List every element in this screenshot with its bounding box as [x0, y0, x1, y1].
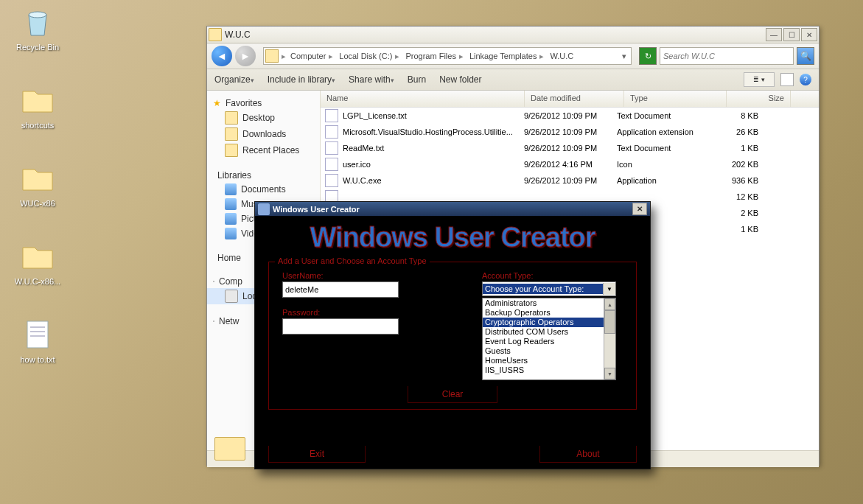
desktop-icon-label: W.U.C-x86...	[10, 277, 65, 286]
password-input[interactable]	[282, 318, 399, 335]
accounttype-listbox[interactable]: AdministratorsBackup OperatorsCryptograp…	[482, 298, 616, 380]
folder-icon	[20, 239, 55, 274]
refresh-button[interactable]: ↻	[639, 47, 657, 65]
file-date: 9/26/2012 10:09 PM	[518, 127, 611, 136]
username-input[interactable]	[282, 281, 399, 298]
text-file-icon	[20, 317, 55, 352]
file-size: 202 KB	[707, 160, 764, 169]
file-row[interactable]: ReadMe.txt9/26/2012 10:09 PMText Documen…	[321, 140, 819, 156]
close-button[interactable]: ✕	[801, 28, 817, 41]
exit-button[interactable]: Exit	[268, 446, 366, 463]
column-headers[interactable]: Name Date modified Type Size	[321, 91, 819, 108]
desktop-icon-label: shortcuts	[10, 121, 65, 130]
folder-icon	[225, 127, 238, 141]
include-menu[interactable]: Include in library	[268, 74, 335, 85]
accounttype-label: Account Type:	[482, 271, 623, 280]
folder-icon	[225, 111, 238, 125]
groupbox-legend: Add a User and Choose an Account Type	[275, 256, 430, 265]
address-bar[interactable]: ▸ Computer Local Disk (C:) Program Files…	[263, 47, 632, 65]
nav-item-recent[interactable]: Recent Places	[207, 142, 320, 158]
library-icon	[225, 198, 237, 210]
share-menu[interactable]: Share with	[349, 74, 394, 85]
star-icon: ★	[213, 98, 221, 108]
minimize-button[interactable]: —	[766, 28, 782, 41]
listbox-option[interactable]: Backup Operators	[483, 308, 615, 318]
file-type: Application extension	[611, 127, 707, 136]
forward-button[interactable]: ►	[235, 46, 256, 66]
breadcrumb[interactable]: Program Files	[402, 52, 466, 61]
file-row[interactable]: Microsoft.VisualStudio.HostingProcess.Ut…	[321, 124, 819, 140]
file-name: ReadMe.txt	[343, 144, 518, 153]
file-name: user.ico	[343, 160, 518, 169]
file-size: 1 KB	[707, 144, 764, 153]
burn-button[interactable]: Burn	[408, 74, 426, 85]
search-input[interactable]	[660, 52, 793, 60]
maximize-button[interactable]: ☐	[783, 28, 800, 41]
nav-libraries-header[interactable]: Libraries	[207, 169, 320, 182]
listbox-option[interactable]: IIS_IUSRS	[483, 365, 615, 375]
listbox-option[interactable]: Event Log Readers	[483, 337, 615, 346]
password-label: Password:	[282, 308, 423, 317]
wuc-titlebar[interactable]: Windows User Creator ✕	[255, 202, 650, 216]
folder-icon	[20, 161, 55, 196]
breadcrumb[interactable]: Linkage Templates	[467, 52, 548, 61]
library-icon	[225, 183, 237, 195]
folder-icon	[209, 28, 222, 41]
listbox-option[interactable]: Administrators	[483, 298, 615, 308]
about-button[interactable]: About	[539, 446, 637, 463]
app-icon	[258, 203, 270, 215]
scroll-up-button[interactable]: ▲	[604, 298, 615, 310]
organize-menu[interactable]: Organize	[214, 74, 254, 85]
preview-pane-button[interactable]	[780, 73, 794, 86]
library-icon	[225, 228, 237, 239]
file-type: Application	[611, 176, 707, 185]
file-size: 1 KB	[707, 225, 764, 234]
scroll-thumb[interactable]	[604, 310, 615, 334]
desktop-icon-shortcuts[interactable]: shortcuts	[10, 83, 65, 130]
folder-icon	[265, 49, 279, 63]
back-button[interactable]: ◄	[212, 46, 232, 66]
file-row[interactable]: W.U.C.exe9/26/2012 10:09 PMApplication93…	[321, 172, 819, 189]
desktop-icon-wuc-x86[interactable]: WUC-x86	[10, 161, 65, 208]
col-size[interactable]: Size	[727, 91, 791, 107]
nav-item-desktop[interactable]: Desktop	[207, 110, 320, 126]
file-row[interactable]: user.ico9/26/2012 4:16 PMIcon202 KB	[321, 156, 819, 172]
col-name[interactable]: Name	[321, 91, 525, 107]
scrollbar[interactable]: ▲ ▼	[604, 298, 615, 379]
nav-item-downloads[interactable]: Downloads	[207, 126, 320, 142]
scroll-down-button[interactable]: ▼	[604, 368, 615, 379]
col-date[interactable]: Date modified	[525, 91, 624, 107]
folder-icon	[20, 83, 55, 118]
help-button[interactable]: ?	[800, 74, 811, 85]
clear-button[interactable]: Clear	[408, 386, 497, 403]
listbox-option[interactable]: Distributed COM Users	[483, 327, 615, 337]
desktop-icon-howto[interactable]: how to.txt	[10, 317, 65, 364]
listbox-option[interactable]: HomeUsers	[483, 356, 615, 365]
breadcrumb[interactable]: Local Disk (C:)	[336, 52, 402, 61]
file-icon	[325, 174, 338, 187]
desktop-icon-wuc-x86-2[interactable]: W.U.C-x86...	[10, 239, 65, 286]
close-button[interactable]: ✕	[632, 203, 647, 215]
view-menu[interactable]: ≣ ▾	[744, 72, 775, 87]
file-date: 9/26/2012 10:09 PM	[518, 144, 611, 153]
newfolder-button[interactable]: New folder	[439, 74, 481, 85]
file-row[interactable]: LGPL_License.txt9/26/2012 10:09 PMText D…	[321, 108, 819, 124]
explorer-titlebar[interactable]: W.U.C — ☐ ✕	[207, 27, 819, 43]
desktop-icon-recycle-bin[interactable]: Recycle Bin	[10, 4, 65, 52]
col-type[interactable]: Type	[624, 91, 727, 107]
breadcrumb[interactable]: W.U.C	[547, 52, 576, 60]
wuc-title-text: Windows User Creator	[273, 205, 360, 214]
listbox-option[interactable]: Guests	[483, 346, 615, 356]
nav-item-documents[interactable]: Documents	[207, 182, 320, 197]
breadcrumb[interactable]: Computer	[287, 52, 336, 61]
explorer-search[interactable]	[660, 47, 794, 65]
chevron-down-icon[interactable]: ▼	[603, 283, 615, 295]
file-size: 8 KB	[707, 111, 764, 120]
file-date: 9/26/2012 10:09 PM	[518, 176, 611, 185]
nav-favorites-header[interactable]: ★Favorites	[207, 97, 320, 110]
file-icon	[325, 158, 338, 171]
file-type: Text Document	[611, 144, 707, 153]
listbox-option[interactable]: Cryptographic Operators	[483, 318, 615, 327]
accounttype-combo[interactable]: Choose your Account Type: ▼	[482, 281, 616, 296]
search-button[interactable]: 🔍	[797, 47, 814, 65]
